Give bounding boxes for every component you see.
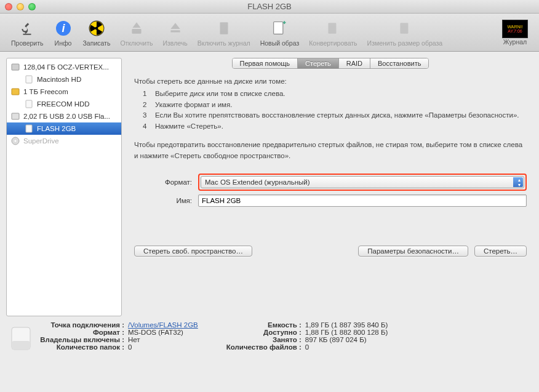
sidebar-item[interactable]: Macintosh HD	[7, 73, 121, 86]
security-options-button[interactable]: Параметры безопасности…	[358, 246, 468, 257]
toolbar: Проверить i Инфо Записать Отключить Извл…	[0, 14, 539, 52]
instruction-step: 3Если Вы хотите препятствовать восстанов…	[143, 110, 527, 121]
toolbar-convert[interactable]: Конвертировать	[304, 17, 362, 48]
drive-icon	[24, 99, 34, 109]
svg-rect-7	[274, 22, 283, 34]
tab-Стереть[interactable]: Стереть	[298, 58, 339, 68]
info-icon: i	[54, 18, 73, 38]
sidebar-item[interactable]: FLASH 2GB	[7, 122, 121, 135]
erase-free-space-button[interactable]: Стереть своб. пространство…	[134, 246, 252, 257]
toolbar-burn[interactable]: Записать	[78, 17, 116, 48]
drive-icon	[10, 136, 20, 146]
svg-rect-16	[26, 125, 32, 132]
tab-Первая помощь[interactable]: Первая помощь	[233, 58, 298, 68]
svg-rect-9	[329, 23, 337, 33]
convert-icon	[323, 18, 343, 38]
svg-rect-11	[12, 64, 19, 70]
svg-rect-4	[132, 29, 141, 34]
chevron-updown-icon: ▴▾	[518, 178, 521, 188]
format-label: Формат:	[134, 178, 192, 186]
tab-RAID[interactable]: RAID	[339, 58, 370, 68]
toolbar-eject[interactable]: Извлечь	[158, 17, 192, 48]
resize-icon	[395, 18, 415, 38]
instruction-step: 2Укажите формат и имя.	[143, 100, 527, 111]
svg-rect-20	[12, 341, 30, 350]
sidebar-item[interactable]: 128,04 ГБ OCZ-VERTEX...	[7, 61, 121, 73]
svg-point-18	[15, 140, 17, 142]
erase-button[interactable]: Стереть…	[474, 246, 527, 257]
toolbar-log[interactable]: WARNI!AY.7:06 Журнал	[497, 18, 533, 47]
svg-rect-14	[26, 100, 32, 108]
svg-rect-15	[12, 113, 19, 119]
format-select[interactable]: Mac OS Extended (журнальный) ▴▾	[201, 176, 524, 188]
tab-segment: Первая помощьСтеретьRAIDВосстановить	[128, 58, 533, 69]
sidebar-item[interactable]: FREECOM HDD	[7, 98, 121, 110]
drive-icon	[10, 62, 20, 72]
toolbar-new-image[interactable]: Новый образ	[255, 17, 305, 48]
svg-rect-5	[170, 30, 180, 32]
drive-icon	[10, 111, 20, 121]
name-input[interactable]	[198, 194, 527, 207]
toolbar-unmount[interactable]: Отключить	[115, 17, 158, 48]
svg-rect-13	[12, 89, 19, 95]
volume-icon	[10, 321, 38, 352]
name-label: Имя:	[134, 197, 192, 204]
content-panel: Первая помощьСтеретьRAIDВосстановить Что…	[128, 58, 533, 316]
svg-point-3	[95, 26, 98, 30]
instructions: Чтобы стереть все данные на диске или то…	[128, 76, 533, 172]
warning-badge-icon: WARNI!AY.7:06	[502, 20, 528, 38]
toolbar-verify[interactable]: Проверить	[6, 17, 49, 48]
drive-icon	[10, 87, 20, 97]
drive-icon	[24, 74, 34, 84]
instruction-step: 4Нажмите «Стереть».	[143, 121, 527, 132]
window-title: FLASH 2GB	[0, 2, 539, 11]
microscope-icon	[17, 18, 37, 38]
sidebar-item[interactable]: SuperDrive	[7, 135, 121, 147]
svg-rect-6	[220, 22, 228, 34]
eject-icon	[166, 18, 185, 38]
radiation-icon	[87, 18, 106, 38]
mount-point-link[interactable]: /Volumes/FLASH 2GB	[128, 321, 198, 329]
sidebar-item[interactable]: 2,02 ГБ USB 2.0 USB Fla...	[7, 110, 121, 122]
toolbar-enable-journal[interactable]: Включить журнал	[193, 17, 255, 48]
svg-rect-12	[26, 76, 32, 83]
journal-icon	[214, 18, 234, 38]
sidebar-item[interactable]: 1 ТБ Freecom	[7, 86, 121, 98]
instruction-step: 1Выберите диск или том в списке слева.	[143, 89, 527, 100]
name-row: Имя:	[128, 194, 533, 207]
unmount-icon	[127, 18, 146, 38]
format-row: Формат: Mac OS Extended (журнальный) ▴▾	[128, 174, 533, 191]
toolbar-info[interactable]: i Инфо	[49, 17, 78, 48]
svg-rect-10	[400, 23, 408, 33]
titlebar: FLASH 2GB	[0, 0, 539, 14]
toolbar-resize-image[interactable]: Изменить размер образа	[362, 17, 448, 48]
tab-Восстановить[interactable]: Восстановить	[370, 58, 428, 68]
new-image-icon	[270, 18, 289, 38]
drive-icon	[24, 124, 34, 134]
device-sidebar: 128,04 ГБ OCZ-VERTEX...Macintosh HD1 ТБ …	[6, 58, 122, 316]
footer-info: Точка подключения :/Volumes/FLASH 2GB Фо…	[0, 316, 539, 357]
